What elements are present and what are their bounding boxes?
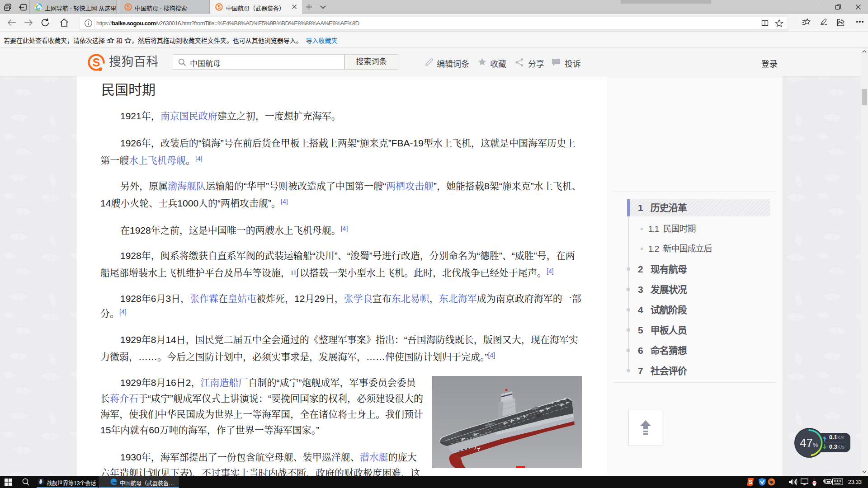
svg-text:S: S xyxy=(217,5,221,9)
svg-text:S: S xyxy=(749,479,752,485)
svg-text:S: S xyxy=(127,5,130,9)
svg-text:S: S xyxy=(93,56,100,69)
